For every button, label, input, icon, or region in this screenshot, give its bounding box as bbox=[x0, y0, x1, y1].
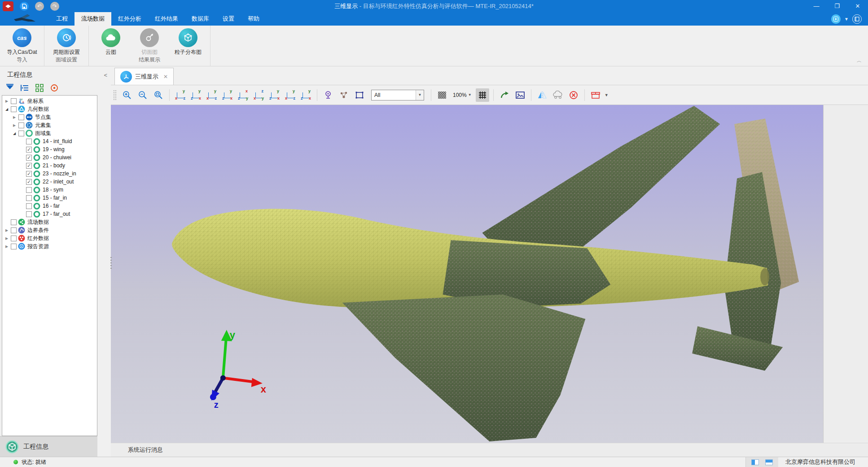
tree-checkbox[interactable] bbox=[18, 114, 24, 120]
tree-item-6[interactable]: ✓19 - wing bbox=[2, 145, 97, 153]
package-tool-icon[interactable] bbox=[589, 88, 602, 102]
tree-checkbox[interactable] bbox=[18, 122, 24, 128]
tree-collapsed-icon[interactable]: ▶ bbox=[4, 99, 9, 103]
toolbar-drag-handle[interactable] bbox=[114, 90, 116, 100]
zoom-out-icon[interactable] bbox=[136, 88, 149, 102]
tree-checkbox[interactable] bbox=[18, 131, 24, 136]
grid-view-icon[interactable] bbox=[34, 83, 45, 93]
viewport-3d[interactable]: y x z bbox=[111, 105, 824, 443]
ribbon-button-2-2[interactable]: 粒子分布图 bbox=[169, 26, 207, 56]
tree-item-label[interactable]: 20 - chuiwei bbox=[43, 154, 71, 161]
tree-item-16[interactable]: ▶边界条件 bbox=[2, 226, 97, 234]
view-orientation-icon-4[interactable]: xzy bbox=[237, 88, 250, 102]
chevron-down-icon[interactable]: ▼ bbox=[844, 17, 849, 22]
locate-target-icon[interactable] bbox=[49, 83, 60, 93]
tree-item-label[interactable]: 报告资源 bbox=[27, 243, 49, 250]
group-cloud-icon[interactable] bbox=[551, 88, 565, 102]
menu-item-3[interactable]: 红外结果 bbox=[148, 12, 185, 26]
layout-bottom-panel-icon[interactable] bbox=[765, 459, 773, 465]
chevron-down-icon[interactable]: ▼ bbox=[605, 93, 609, 97]
tree-checkbox[interactable] bbox=[26, 211, 32, 217]
view-orientation-icon-3[interactable]: yzx bbox=[221, 88, 234, 102]
run-demo-icon[interactable] bbox=[831, 14, 841, 24]
tree-checkbox[interactable] bbox=[11, 219, 17, 225]
view-orientation-icon-5[interactable]: zxy bbox=[252, 88, 266, 102]
tree-item-9[interactable]: ✓23 - nozzle_in bbox=[2, 170, 97, 178]
tree-item-label[interactable]: 面域集 bbox=[35, 130, 51, 137]
menu-item-5[interactable]: 设置 bbox=[216, 12, 241, 26]
opacity-dither-icon[interactable] bbox=[435, 88, 449, 102]
tree-item-18[interactable]: ▶报告资源 bbox=[2, 242, 97, 250]
tree-item-label[interactable]: 18 - sym bbox=[43, 187, 63, 193]
zoom-percent-dropdown[interactable]: 100% ▼ bbox=[451, 92, 473, 98]
redo-button[interactable]: ↷ bbox=[50, 2, 59, 11]
tab-close-icon[interactable]: ✕ bbox=[163, 74, 168, 80]
tree-expanded-icon[interactable]: ◢ bbox=[12, 131, 17, 135]
tree-checkbox[interactable] bbox=[11, 236, 17, 241]
tree-item-label[interactable]: 红外数据 bbox=[27, 235, 49, 242]
collapse-all-icon[interactable] bbox=[19, 83, 30, 93]
tree-checkbox[interactable] bbox=[11, 244, 17, 249]
zoom-fit-icon[interactable] bbox=[152, 88, 165, 102]
tree-item-7[interactable]: ✓20 - chuiwei bbox=[2, 153, 97, 161]
camera-view-icon[interactable] bbox=[321, 88, 335, 102]
tree-checkbox[interactable] bbox=[26, 195, 32, 201]
tree-item-15[interactable]: 流场数据 bbox=[2, 218, 97, 226]
tree-item-label[interactable]: 15 - far_in bbox=[43, 195, 67, 201]
tree-item-5[interactable]: 14 - int_fluid bbox=[2, 137, 97, 145]
tree-item-label[interactable]: 14 - int_fluid bbox=[43, 138, 72, 144]
combobox-arrow-icon[interactable]: ▼ bbox=[416, 90, 424, 100]
panel-footer-button[interactable]: 工程信息 bbox=[0, 436, 97, 457]
mesh-grid-toggle-icon[interactable] bbox=[476, 88, 489, 102]
tree-collapsed-icon[interactable]: ▶ bbox=[4, 228, 9, 232]
view-orientation-icon-8[interactable]: yzx bbox=[299, 88, 313, 102]
tree-checkbox[interactable]: ✓ bbox=[26, 147, 32, 153]
tree-item-3[interactable]: ▶元素集 bbox=[2, 121, 97, 129]
tree-item-17[interactable]: ▶红外数据 bbox=[2, 234, 97, 242]
tree-checkbox[interactable]: ✓ bbox=[26, 179, 32, 185]
tree-collapsed-icon[interactable]: ▶ bbox=[12, 123, 17, 127]
tree-item-11[interactable]: 18 - sym bbox=[2, 186, 97, 194]
restore-button[interactable]: ❐ bbox=[827, 0, 847, 12]
view-orientation-icon-7[interactable]: yxz bbox=[284, 88, 297, 102]
menu-item-6[interactable]: 帮助 bbox=[241, 12, 266, 26]
help-book-icon[interactable] bbox=[852, 14, 862, 24]
view-orientation-icon-1[interactable]: yzx bbox=[189, 88, 203, 102]
tree-checkbox[interactable] bbox=[11, 106, 17, 112]
tree-item-label[interactable]: 22 - inlet_out bbox=[43, 179, 74, 185]
tree-item-label[interactable]: 几何数据 bbox=[27, 105, 49, 113]
tree-checkbox[interactable] bbox=[26, 187, 32, 193]
menu-item-2[interactable]: 红外分析 bbox=[111, 12, 148, 26]
filter-icon[interactable] bbox=[4, 83, 15, 93]
cancel-icon[interactable] bbox=[567, 88, 580, 102]
tree-collapsed-icon[interactable]: ▶ bbox=[12, 115, 17, 119]
particles-display-icon[interactable] bbox=[337, 88, 351, 102]
menu-item-0[interactable]: 工程 bbox=[49, 12, 75, 26]
tree-item-label[interactable]: 17 - far_out bbox=[43, 211, 70, 217]
ribbon-button-2-0[interactable]: 云图 bbox=[92, 26, 130, 56]
tree-item-8[interactable]: ✓21 - body bbox=[2, 161, 97, 170]
ribbon-collapse-icon[interactable]: ︿ bbox=[857, 57, 862, 64]
tree-item-label[interactable]: 16 - far bbox=[43, 203, 60, 209]
display-filter-combobox[interactable]: All ▼ bbox=[371, 90, 424, 100]
tree-item-label[interactable]: 元素集 bbox=[35, 122, 51, 129]
tree-item-1[interactable]: ◢几何数据 bbox=[2, 105, 97, 113]
save-button[interactable] bbox=[20, 2, 29, 11]
zoom-in-icon[interactable] bbox=[120, 88, 134, 102]
tree-checkbox[interactable] bbox=[26, 203, 32, 209]
box-select-icon[interactable] bbox=[353, 88, 366, 102]
ribbon-button-0-0[interactable]: cas导入Cas/Dat bbox=[3, 26, 41, 56]
panel-collapse-icon[interactable]: < bbox=[104, 72, 107, 79]
tree-item-label[interactable]: 23 - nozzle_in bbox=[43, 170, 76, 177]
tree-checkbox[interactable]: ✓ bbox=[26, 163, 32, 169]
mirror-icon[interactable] bbox=[535, 88, 549, 102]
tree-item-label[interactable]: 19 - wing bbox=[43, 146, 65, 153]
tree-item-label[interactable]: 边界条件 bbox=[27, 227, 49, 234]
tree-item-label[interactable]: 21 - body bbox=[43, 162, 65, 169]
panel-splitter-handle[interactable] bbox=[110, 257, 113, 269]
view-orientation-icon-6[interactable]: yzx bbox=[268, 88, 281, 102]
layout-left-panel-icon[interactable] bbox=[751, 459, 759, 465]
tree-item-12[interactable]: 15 - far_in bbox=[2, 194, 97, 202]
tree-item-label[interactable]: 节点集 bbox=[35, 113, 51, 121]
view-orientation-icon-2[interactable]: yxz bbox=[205, 88, 219, 102]
